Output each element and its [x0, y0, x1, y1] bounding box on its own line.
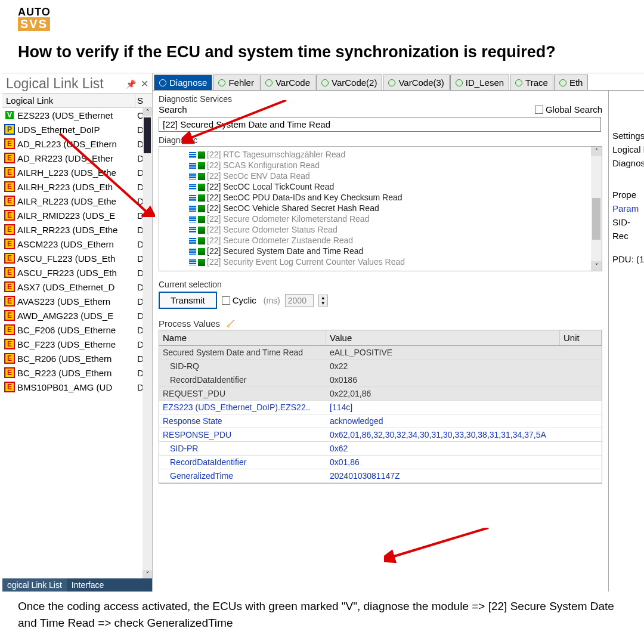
- status-badge: P: [4, 124, 15, 135]
- flag-icon: [198, 173, 205, 180]
- list-item[interactable]: EASX7 (UDS_Ethernet_DD: [2, 280, 152, 294]
- header-unit[interactable]: Unit: [560, 330, 602, 345]
- cyclic-ms-spinner[interactable]: 2000: [285, 294, 314, 307]
- list-item[interactable]: EBC_F206 (UDS_EtherneD: [2, 323, 152, 337]
- scroll-down-icon[interactable]: ˅: [143, 570, 152, 578]
- scroll-thumb[interactable]: [592, 198, 600, 240]
- flag-icon: [198, 227, 205, 234]
- tab-varcode(2)[interactable]: VarCode(2): [316, 75, 382, 90]
- param-label[interactable]: Param: [612, 202, 643, 215]
- table-row[interactable]: SID-PR0x62: [159, 442, 602, 456]
- tree-item[interactable]: [22] RTC Tagesumschlagzähler Read: [189, 149, 599, 160]
- pin-icon[interactable]: 📌: [126, 79, 136, 89]
- list-item[interactable]: EAD_RR223 (UDS_EtherD: [2, 151, 152, 165]
- tab-varcode(3)[interactable]: VarCode(3): [383, 75, 449, 90]
- settings-column: Settings Logical l Diagnos Prope Param S…: [608, 91, 644, 592]
- diagnostic-tree[interactable]: [22] RTC Tagesumschlagzähler Read[22] SC…: [159, 146, 602, 271]
- status-badge: E: [4, 296, 15, 306]
- tab-interface[interactable]: Interface: [67, 578, 109, 592]
- list-item[interactable]: EAVAS223 (UDS_EthernD: [2, 294, 152, 308]
- scrollbar[interactable]: ˄ ˅: [143, 108, 152, 578]
- list-item[interactable]: VEZS223 (UDS_EthernetC: [2, 108, 152, 122]
- flag-icon: [198, 151, 205, 159]
- header-name[interactable]: Name: [159, 330, 326, 345]
- list-item[interactable]: EAILR_RR223 (UDS_EtheD: [2, 222, 152, 237]
- diagnos-label: Diagnos: [612, 156, 643, 170]
- table-row[interactable]: GeneralizedTime20240103081147Z: [159, 469, 602, 483]
- table-row[interactable]: REQUEST_PDU0x22,01,86: [159, 387, 602, 401]
- tree-item[interactable]: [22] SCAS Konfiguration Read: [189, 160, 599, 171]
- table-row[interactable]: Response Stateacknowledged: [159, 414, 602, 428]
- table-row[interactable]: EZS223 (UDS_Ethernet_DoIP).EZS22..[114c]: [159, 401, 602, 414]
- main-tabs: DiagnoseFehlerVarCodeVarCode(2)VarCode(3…: [153, 73, 644, 91]
- checkbox-icon[interactable]: [535, 106, 543, 114]
- list-item[interactable]: EBMS10PB01_AMG (UDD: [2, 380, 152, 394]
- scroll-up-icon[interactable]: ˄: [143, 108, 152, 116]
- tree-item[interactable]: [22] SecOC PDU Data-IDs and Key Checksum…: [189, 192, 599, 203]
- checkbox-icon[interactable]: [222, 296, 230, 305]
- sid-label: SID-: [612, 215, 643, 229]
- list-item[interactable]: EAD_RL223 (UDS_EthernD: [2, 137, 152, 151]
- status-badge: V: [4, 110, 15, 120]
- list-item[interactable]: PUDS_Ethernet_DoIPD: [2, 122, 152, 137]
- status-badge: E: [4, 167, 15, 178]
- header-logical-link[interactable]: Logical Link: [2, 94, 135, 107]
- list-item[interactable]: EASCU_FL223 (UDS_EthD: [2, 251, 152, 265]
- spinner-buttons[interactable]: ▲▼: [318, 295, 328, 306]
- circle-icon: [456, 79, 463, 86]
- tree-item[interactable]: [22] SecOc ENV Data Read: [189, 171, 599, 181]
- eraser-icon[interactable]: 🧹: [226, 320, 235, 328]
- list-item[interactable]: EAILR_RL223 (UDS_EtheD: [2, 194, 152, 208]
- table-row[interactable]: Secured System Date and Time ReadeALL_PO…: [159, 346, 602, 360]
- table-row[interactable]: RecordDataIdentifier0x0186: [159, 373, 602, 387]
- list-item[interactable]: EBC_R206 (UDS_EthernD: [2, 351, 152, 366]
- list-item[interactable]: EBC_F223 (UDS_EtherneD: [2, 337, 152, 351]
- header-value[interactable]: Value: [326, 330, 560, 345]
- tree-item[interactable]: [22] Security Event Log Current Counter …: [189, 256, 599, 267]
- transmit-button[interactable]: Transmit: [159, 292, 217, 309]
- scroll-thumb[interactable]: [144, 117, 151, 153]
- header-status[interactable]: S: [135, 94, 152, 107]
- search-input[interactable]: [159, 117, 601, 132]
- tab-eth[interactable]: Eth: [554, 75, 589, 90]
- flag-icon: [198, 216, 205, 223]
- circle-icon: [388, 79, 395, 86]
- left-panel: Logical Link List 📌 ✕ Logical Link S VEZ…: [2, 73, 153, 592]
- table-row[interactable]: RESPONSE_PDU0x62,01,86,32,30,32,34,30,31…: [159, 428, 602, 442]
- tree-item[interactable]: [22] Secure Odometer Zustaende Read: [189, 235, 599, 246]
- bottom-tabs: ogical Link List Interface: [2, 578, 152, 592]
- tab-fehler[interactable]: Fehler: [213, 75, 259, 90]
- list-item[interactable]: EAILR_RMID223 (UDS_ED: [2, 208, 152, 222]
- list-item[interactable]: EAILRH_L223 (UDS_EtheD: [2, 165, 152, 179]
- list-item[interactable]: EBC_R223 (UDS_EthernD: [2, 366, 152, 380]
- flag-icon: [198, 237, 205, 244]
- list-item[interactable]: EAWD_AMG223 (UDS_ED: [2, 308, 152, 323]
- tree-item[interactable]: [22] Secure Odometer Kilometerstand Read: [189, 213, 599, 224]
- list-item[interactable]: EAILRH_R223 (UDS_EthD: [2, 179, 152, 194]
- tab-varcode[interactable]: VarCode: [260, 75, 315, 90]
- scroll-up-icon[interactable]: ˄: [591, 147, 602, 156]
- scroll-down-icon[interactable]: ˅: [591, 261, 602, 271]
- global-search-checkbox[interactable]: Global Search: [535, 104, 602, 114]
- tab-diagnose[interactable]: Diagnose: [154, 75, 212, 90]
- tree-item[interactable]: [22] Secured System Date and Time Read: [189, 246, 599, 256]
- tab-logical-link-list[interactable]: ogical Link List: [2, 578, 67, 592]
- close-icon[interactable]: ✕: [141, 78, 148, 89]
- settings-label[interactable]: Settings: [612, 129, 643, 143]
- list-item[interactable]: EASCU_FR223 (UDS_EthD: [2, 265, 152, 280]
- tree-item[interactable]: [22] SecOC Local TickCount Read: [189, 181, 599, 192]
- table-row[interactable]: SID-RQ0x22: [159, 360, 602, 373]
- cyclic-checkbox[interactable]: Cyclic: [222, 295, 256, 305]
- table-row[interactable]: RecordDataIdentifier0x01,86: [159, 456, 602, 469]
- panel-title: Logical Link List 📌 ✕: [2, 73, 152, 93]
- circle-icon: [218, 79, 225, 86]
- tree-item[interactable]: [22] Secure Odometer Status Read: [189, 224, 599, 235]
- logical-link-list[interactable]: VEZS223 (UDS_EthernetCPUDS_Ethernet_DoIP…: [2, 108, 152, 578]
- list-item[interactable]: EASCM223 (UDS_EthernD: [2, 237, 152, 251]
- node-icon: [189, 238, 196, 244]
- tab-trace[interactable]: Trace: [510, 75, 553, 90]
- circle-icon: [159, 79, 166, 86]
- tab-id_lesen[interactable]: ID_Lesen: [450, 75, 509, 90]
- tree-item[interactable]: [22] SecOC Vehicle Shared Secret Hash Re…: [189, 203, 599, 213]
- tree-scrollbar[interactable]: ˄ ˅: [591, 147, 602, 271]
